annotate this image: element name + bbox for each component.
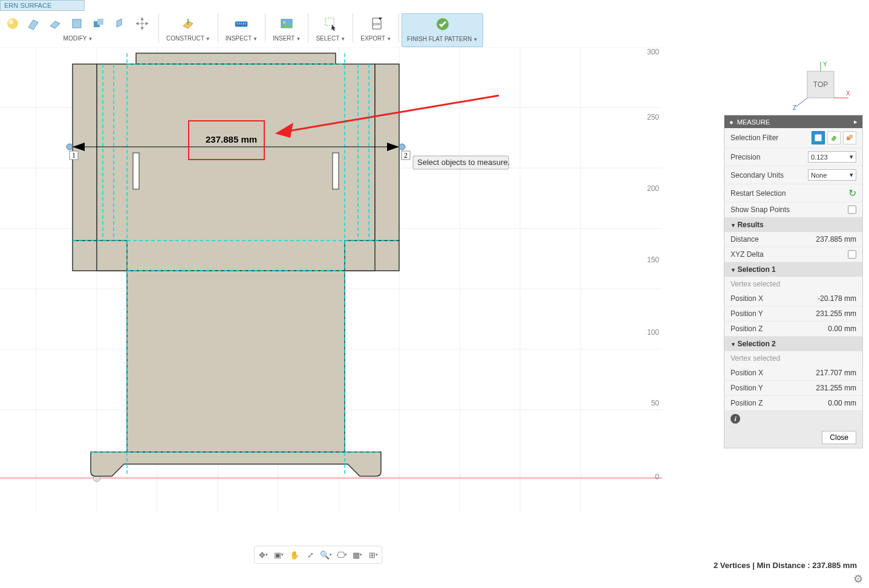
toolbar-separator — [399, 13, 399, 42]
svg-rect-4 — [97, 19, 103, 25]
insert-label: INSERT▼ — [273, 35, 301, 42]
modify-tool-1-icon[interactable] — [24, 15, 42, 33]
svg-point-1 — [8, 19, 13, 24]
finish-flat-pattern-group[interactable]: FINISH FLAT PATTERN▼ — [402, 13, 483, 47]
results-section-header[interactable]: Results — [724, 218, 862, 232]
select-group: SELECT▼ — [311, 13, 350, 47]
construct-plane-icon[interactable] — [179, 15, 197, 33]
modify-tool-3-icon[interactable] — [68, 15, 86, 33]
selection1-type: Vertex selected — [724, 277, 862, 291]
xyz-delta-row: XYZ Delta — [724, 247, 862, 262]
selection1-section-header[interactable]: Selection 1 — [724, 262, 862, 277]
grid-settings-icon[interactable]: ▦▾ — [351, 549, 363, 561]
move-icon[interactable] — [133, 15, 151, 33]
restart-icon[interactable]: ↻ — [848, 187, 856, 199]
inspect-label: INSPECT▼ — [226, 35, 258, 42]
s1-posy-row: Position Y231.255 mm — [724, 306, 862, 321]
precision-select[interactable]: 0.123▾ — [808, 151, 856, 163]
snap-checkbox[interactable] — [848, 205, 856, 214]
selection-filter-row: Selection Filter — [724, 128, 862, 148]
measure-panel: ● MEASURE▸ Selection Filter Precision 0.… — [724, 115, 863, 448]
svg-text:300: 300 — [647, 48, 659, 56]
appearance-icon[interactable] — [5, 16, 21, 31]
viewport-layout-icon[interactable]: ⊞▾ — [367, 549, 379, 561]
svg-rect-46 — [97, 241, 127, 271]
export-group: DXF EXPORT▼ — [356, 13, 396, 47]
svg-point-62 — [399, 144, 405, 150]
secondary-units-row: Secondary Units None▾ — [724, 166, 862, 184]
viewport-canvas[interactable]: 300 250 200 150 100 50 0 — [0, 47, 662, 512]
svg-text:TOP: TOP — [813, 80, 828, 89]
export-dxf-icon[interactable]: DXF — [367, 15, 385, 33]
navigation-toolbar: ✥▾ ▣▾ ✋ ⤢ 🔍▾ 🖵▾ ▦▾ ⊞▾ — [254, 546, 382, 564]
modify-tool-2-icon[interactable] — [46, 15, 64, 33]
finish-label: FINISH FLAT PATTERN▼ — [407, 36, 478, 42]
svg-text:0: 0 — [655, 473, 659, 481]
svg-text:100: 100 — [647, 328, 659, 337]
distance-row: Distance237.885 mm — [724, 232, 862, 247]
s2-posy-row: Position Y231.255 mm — [724, 381, 862, 396]
svg-text:50: 50 — [651, 399, 660, 407]
view-cube[interactable]: TOP Y X Z — [790, 60, 851, 121]
svg-point-13 — [283, 21, 285, 24]
svg-text:Select objects to measure.: Select objects to measure. — [417, 158, 510, 167]
selection2-type: Vertex selected — [724, 351, 862, 366]
svg-rect-45 — [375, 64, 399, 241]
svg-text:X: X — [846, 90, 850, 97]
construct-group: CONSTRUCT▼ — [161, 13, 215, 47]
restart-selection-row[interactable]: Restart Selection ↻ — [724, 184, 862, 202]
svg-point-0 — [7, 18, 18, 29]
modify-tool-4-icon[interactable] — [90, 15, 108, 33]
status-bar: 2 Vertices | Min Distance : 237.885 mm — [714, 561, 857, 570]
filter-body-icon[interactable] — [827, 131, 841, 144]
filter-component-icon[interactable] — [843, 131, 856, 144]
look-at-icon[interactable]: ▣▾ — [273, 549, 285, 561]
settings-gear-icon[interactable]: ⚙ — [853, 572, 863, 586]
fit-icon[interactable]: 🔍▾ — [320, 549, 332, 561]
insert-image-icon[interactable] — [278, 15, 296, 33]
snap-points-row: Show Snap Points — [724, 202, 862, 218]
selection2-section-header[interactable]: Selection 2 — [724, 337, 862, 351]
s1-posx-row: Position X-20.178 mm — [724, 291, 862, 306]
pan-icon[interactable]: ✋ — [288, 549, 301, 561]
toolbar-separator — [265, 13, 265, 42]
display-settings-icon[interactable]: 🖵▾ — [336, 549, 348, 561]
close-button[interactable]: Close — [822, 431, 856, 444]
xyz-delta-checkbox[interactable] — [848, 250, 856, 259]
svg-rect-49 — [133, 153, 139, 189]
svg-rect-80 — [815, 135, 821, 141]
svg-rect-2 — [73, 19, 81, 28]
svg-rect-48 — [127, 271, 345, 452]
s2-posx-row: Position X217.707 mm — [724, 366, 862, 381]
svg-rect-82 — [849, 135, 853, 138]
finish-check-icon[interactable] — [434, 15, 452, 33]
svg-text:250: 250 — [647, 113, 659, 121]
svg-line-78 — [796, 98, 807, 106]
toolbar-separator — [353, 13, 353, 42]
svg-rect-50 — [333, 153, 339, 189]
svg-text:DXF: DXF — [373, 22, 380, 26]
insert-group: INSERT▼ — [268, 13, 305, 47]
measure-panel-header[interactable]: ● MEASURE▸ — [724, 115, 862, 128]
orbit-icon[interactable]: ✥▾ — [257, 549, 269, 561]
select-icon[interactable] — [322, 15, 340, 33]
precision-row: Precision 0.123▾ — [724, 148, 862, 166]
toolbar-separator — [158, 13, 159, 42]
svg-text:237.885 mm: 237.885 mm — [206, 134, 257, 144]
svg-rect-43 — [136, 53, 336, 64]
measure-icon[interactable] — [232, 15, 250, 33]
filter-face-icon[interactable] — [812, 131, 825, 144]
zoom-icon[interactable]: ⤢ — [304, 549, 316, 561]
workspace-tab[interactable]: ERN SURFACE — [0, 0, 85, 11]
svg-point-61 — [67, 144, 73, 150]
toolbar-separator — [308, 13, 308, 42]
svg-text:1: 1 — [72, 151, 76, 160]
info-icon[interactable]: i — [731, 414, 740, 424]
toolbar-separator — [218, 13, 218, 42]
flat-pattern-part[interactable] — [73, 53, 399, 476]
svg-rect-47 — [345, 241, 375, 271]
modify-tool-5-icon[interactable] — [111, 15, 129, 33]
modify-label: MODIFY▼ — [63, 35, 93, 42]
secondary-units-select[interactable]: None▾ — [808, 169, 856, 181]
info-row: i — [724, 411, 862, 427]
